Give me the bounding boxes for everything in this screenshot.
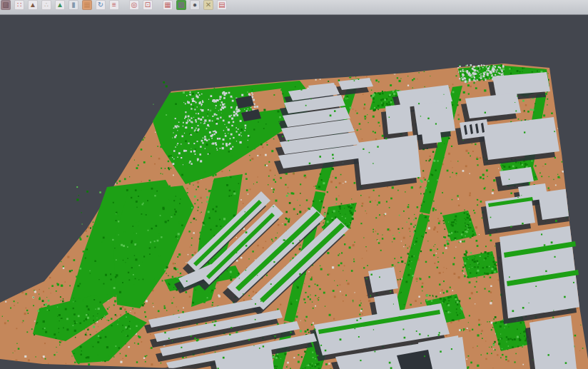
toolbar-group-1: ▨∷▲∴▲▮▦↻≡ xyxy=(0,0,120,11)
scene-svg[interactable] xyxy=(0,16,588,369)
classification-map-icon: ▧ xyxy=(176,0,186,10)
texture-button[interactable]: ▨ xyxy=(0,0,11,11)
toolbar-group-3: ▦▧●✕▤ xyxy=(162,0,228,11)
building-roof xyxy=(357,135,421,185)
grid-icon: ▦ xyxy=(163,0,173,10)
building-roof xyxy=(368,267,398,293)
camera-icon: ● xyxy=(190,0,200,10)
dtm-icon: ▲ xyxy=(28,0,38,10)
classify-points-button[interactable]: ∷ xyxy=(14,0,25,11)
building-roof xyxy=(538,188,574,220)
georeference-button[interactable]: ↻ xyxy=(95,0,106,11)
building-roof xyxy=(420,115,442,144)
target-button[interactable]: ◎ xyxy=(128,0,140,11)
classification-map-button[interactable]: ▧ xyxy=(176,0,187,11)
orthophoto-button[interactable]: ▦ xyxy=(81,0,93,11)
building-roof xyxy=(374,293,400,316)
main-toolbar: ▨∷▲∴▲▮▦↻≡◎⊡▦▧●✕▤ xyxy=(0,0,588,15)
profile-button[interactable]: ▮ xyxy=(68,0,79,11)
camera-button[interactable]: ● xyxy=(189,0,201,11)
bounding-box-button[interactable]: ⊡ xyxy=(142,0,153,11)
target-icon: ◎ xyxy=(129,0,139,10)
viewport-3d[interactable] xyxy=(0,16,588,369)
dtm-button[interactable]: ▲ xyxy=(27,0,39,11)
dsm-button[interactable]: ▲ xyxy=(54,0,66,11)
report-icon: ≡ xyxy=(109,0,119,10)
markers-icon: ✕ xyxy=(203,0,213,10)
building-roof xyxy=(385,103,412,134)
texture-icon: ▨ xyxy=(1,0,11,10)
toolbar-group-2: ◎⊡ xyxy=(128,0,153,11)
sparse-cloud-icon: ∴ xyxy=(41,0,51,10)
dsm-icon: ▲ xyxy=(55,0,65,10)
classify-points-icon: ∷ xyxy=(14,0,24,10)
building-roof xyxy=(529,315,577,369)
report-button[interactable]: ≡ xyxy=(108,0,120,11)
flag-icon: ▤ xyxy=(217,0,227,10)
orthophoto-icon: ▦ xyxy=(82,0,92,10)
georeference-icon: ↻ xyxy=(96,0,106,10)
bounding-box-icon: ⊡ xyxy=(143,0,153,10)
sparse-cloud-button[interactable]: ∴ xyxy=(41,0,52,11)
profile-icon: ▮ xyxy=(69,0,78,10)
markers-button[interactable]: ✕ xyxy=(203,0,214,11)
building-roof xyxy=(460,119,490,139)
grid-button[interactable]: ▦ xyxy=(162,0,173,11)
flag-button[interactable]: ▤ xyxy=(216,0,228,11)
